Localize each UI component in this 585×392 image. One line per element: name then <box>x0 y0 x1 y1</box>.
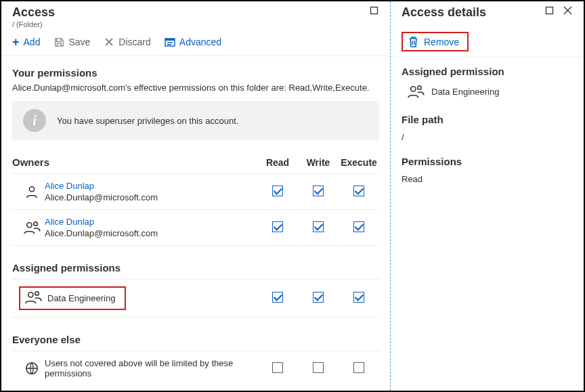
discard-button[interactable]: Discard <box>104 37 150 47</box>
col-read: Read <box>257 157 298 168</box>
remove-button[interactable]: Remove <box>402 32 469 51</box>
maximize-icon[interactable] <box>544 5 555 16</box>
owners-table: Owners Read Write Execute Alice Dunlap A… <box>12 155 379 246</box>
svg-point-12 <box>411 87 416 91</box>
col-execute: Execute <box>339 157 379 168</box>
owner-name: Alice Dunlap <box>45 217 257 227</box>
assigned-permission-item: Data Engineering <box>407 84 573 99</box>
owners-row[interactable]: Alice Dunlap Alice.Dunlap@microsoft.com <box>12 173 379 209</box>
save-icon <box>53 37 64 47</box>
svg-point-9 <box>35 292 39 296</box>
details-header: Access details <box>391 1 584 26</box>
execute-checkbox[interactable] <box>353 186 364 196</box>
access-pane: Access / (Folder) + Add Save <box>1 1 390 391</box>
read-checkbox[interactable] <box>272 292 283 303</box>
col-write: Write <box>298 157 339 168</box>
access-title: Access <box>12 5 55 20</box>
your-permissions-heading: Your permissions <box>12 67 379 79</box>
svg-rect-4 <box>167 44 171 45</box>
add-button[interactable]: + Add <box>12 37 40 47</box>
write-checkbox[interactable] <box>313 362 324 373</box>
globe-icon <box>19 361 45 376</box>
file-path-value: / <box>402 132 573 142</box>
owner-name: Alice Dunlap <box>45 181 257 191</box>
owner-email: Alice.Dunlap@microsoft.com <box>45 228 257 238</box>
read-checkbox[interactable] <box>272 362 283 373</box>
advanced-button[interactable]: Advanced <box>165 37 221 47</box>
read-checkbox[interactable] <box>272 186 283 196</box>
your-permissions-description: Alice.Dunlap@microsoft.com's effective p… <box>12 83 379 93</box>
group-icon <box>24 290 42 307</box>
svg-point-5 <box>29 187 34 192</box>
read-checkbox[interactable] <box>272 221 283 232</box>
advanced-icon <box>165 37 175 47</box>
plus-icon: + <box>12 37 20 47</box>
write-checkbox[interactable] <box>313 292 324 303</box>
svg-rect-2 <box>165 39 175 41</box>
save-button[interactable]: Save <box>53 37 90 47</box>
execute-checkbox[interactable] <box>353 362 364 373</box>
info-banner-text: You have superuser privileges on this ac… <box>57 116 238 126</box>
svg-point-6 <box>27 223 32 227</box>
access-body: Your permissions Alice.Dunlap@microsoft.… <box>1 56 390 391</box>
assigned-highlight: Data Engineering <box>19 286 126 310</box>
details-title: Access details <box>402 5 486 20</box>
svg-rect-0 <box>371 7 378 14</box>
owners-row[interactable]: Alice Dunlap Alice.Dunlap@microsoft.com <box>12 209 379 245</box>
group-icon <box>407 84 425 99</box>
everyone-table: Everyone else Users not covered above wi… <box>12 332 379 385</box>
close-icon[interactable] <box>563 5 573 16</box>
write-checkbox[interactable] <box>313 186 324 196</box>
details-pane: Access details Remove Assigned permissio… <box>390 1 584 391</box>
assigned-row[interactable]: Data Engineering <box>12 279 379 317</box>
info-icon <box>23 109 46 132</box>
execute-checkbox[interactable] <box>353 292 364 303</box>
everyone-text: Users not covered above will be limited … <box>45 358 257 378</box>
owners-heading: Owners <box>12 156 257 168</box>
write-checkbox[interactable] <box>313 221 324 232</box>
svg-rect-11 <box>546 7 553 14</box>
close-icon <box>104 37 114 47</box>
assigned-name: Data Engineering <box>47 293 115 303</box>
svg-point-7 <box>34 222 38 226</box>
maximize-icon[interactable] <box>369 5 379 16</box>
owner-email: Alice.Dunlap@microsoft.com <box>45 192 257 202</box>
person-icon <box>19 184 45 199</box>
access-header: Access / (Folder) <box>1 1 390 30</box>
svg-point-8 <box>28 292 33 297</box>
group-icon <box>19 220 45 235</box>
permissions-heading: Permissions <box>402 156 573 167</box>
svg-point-13 <box>418 86 422 90</box>
everyone-row: Users not covered above will be limited … <box>12 351 379 385</box>
details-body: Assigned permission Data Engineering Fil… <box>391 58 584 206</box>
assigned-heading: Assigned permissions <box>12 262 257 274</box>
assigned-permission-name: Data Engineering <box>431 87 499 97</box>
execute-checkbox[interactable] <box>353 221 364 232</box>
info-banner: You have superuser privileges on this ac… <box>12 101 379 140</box>
assigned-table: Assigned permissions Data Engineering <box>12 261 379 318</box>
everyone-heading: Everyone else <box>12 334 257 345</box>
svg-rect-3 <box>167 42 173 43</box>
access-subtitle: / (Folder) <box>12 20 55 28</box>
permissions-value: Read <box>402 174 573 184</box>
command-bar: + Add Save Discard Advanced <box>1 30 390 56</box>
assigned-permission-heading: Assigned permission <box>402 66 573 77</box>
trash-icon <box>408 36 418 47</box>
file-path-heading: File path <box>402 114 573 125</box>
details-command-bar: Remove <box>391 26 584 58</box>
